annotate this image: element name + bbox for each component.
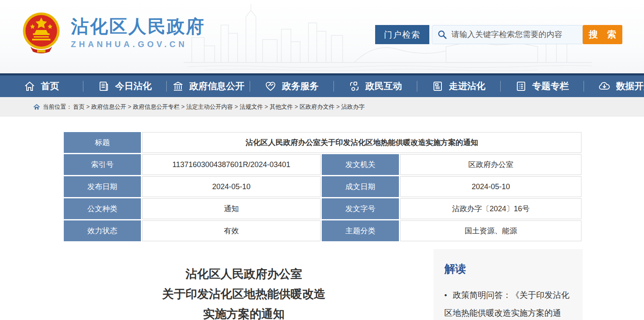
table-row: 标题 沾化区人民政府办公室关于印发沾化区地热能供暖改造实施方案的通知 xyxy=(64,132,581,153)
site-domain: ZHANHUA.GOV.CN xyxy=(71,40,205,49)
breadcrumb: 当前位置： 首页 政府信息公开 政府信息公开专栏 法定主动公开内容 法规文件 其… xyxy=(0,97,644,117)
search-zone: 门户检索 搜 索 xyxy=(375,25,622,44)
breadcrumb-item-district-office-files[interactable]: 区政府办文件 xyxy=(300,103,341,111)
document-title-line2: 关于印发沾化区地热能供暖改造 xyxy=(63,284,425,304)
interpretation-sidebar: 解读 •政策简明问答：《关于印发沾化区地热能供暖改造实施方案的通知》解读 xyxy=(434,249,583,320)
nav-item-topics[interactable]: 专题专栏 xyxy=(501,80,584,92)
meta-label-document-number: 发文字号 xyxy=(322,198,399,219)
site-name: 沾化区人民政府 xyxy=(71,17,205,36)
meta-value-subject-category: 国土资源、能源 xyxy=(400,220,581,241)
bullet-icon: • xyxy=(444,291,447,300)
open-data-icon xyxy=(598,80,611,92)
main-content: 标题 沾化区人民政府办公室关于印发沾化区地热能供暖改造实施方案的通知 索引号 1… xyxy=(0,117,644,320)
nav-label: 今日沾化 xyxy=(115,80,152,92)
meta-value-issuing-agency: 区政府办公室 xyxy=(400,154,581,175)
nav-label: 政务服务 xyxy=(282,80,318,92)
breadcrumb-item-regulations[interactable]: 法规文件 xyxy=(240,103,270,111)
meta-value-document-number: 沾政办字〔2024〕16号 xyxy=(400,198,581,219)
meta-value-document-type: 通知 xyxy=(142,198,321,219)
meta-label-subject-category: 主题分类 xyxy=(322,220,399,241)
document-body: 沾化区人民政府办公室 关于印发沾化区地热能供暖改造 实施方案的通知 xyxy=(63,249,434,320)
nav-item-gov-info[interactable]: 政府信息公开 xyxy=(167,80,250,92)
interaction-icon xyxy=(348,80,360,92)
search-box xyxy=(432,25,583,44)
document-title: 沾化区人民政府办公室 关于印发沾化区地热能供暖改造 实施方案的通知 xyxy=(63,264,425,320)
meta-value-validity-status: 有效 xyxy=(142,220,321,241)
meta-label-title: 标题 xyxy=(64,132,141,153)
nav-label: 首页 xyxy=(41,80,59,92)
nav-label: 政府信息公开 xyxy=(189,80,244,92)
nav-item-walk-in[interactable]: 走进沾化 xyxy=(417,80,500,92)
table-row: 公文种类 通知 发文字号 沾政办字〔2024〕16号 xyxy=(64,198,581,219)
national-emblem-icon xyxy=(22,12,60,53)
nav-item-today[interactable]: 今日沾化 xyxy=(83,80,166,92)
nav-label: 政民互动 xyxy=(366,80,402,92)
meta-label-issuing-agency: 发文机关 xyxy=(322,154,399,175)
meta-value-written-date: 2024-05-10 xyxy=(400,176,581,197)
meta-label-document-type: 公文种类 xyxy=(64,198,141,219)
table-row: 索引号 11371603004387601R/2024-03401 发文机关 区… xyxy=(64,154,581,175)
nav-label: 专题专栏 xyxy=(532,80,569,92)
table-row: 效力状态 有效 主题分类 国土资源、能源 xyxy=(64,220,581,241)
meta-label-written-date: 成文日期 xyxy=(322,176,399,197)
table-row: 发布日期 2024-05-10 成文日期 2024-05-10 xyxy=(64,176,581,197)
nav-label: 走进沾化 xyxy=(449,80,486,92)
topics-icon xyxy=(515,80,527,92)
breadcrumb-item-gov-info[interactable]: 政府信息公开 xyxy=(91,103,133,111)
interpretation-link[interactable]: •政策简明问答：《关于印发沾化区地热能供暖改造实施方案的通知》解读 xyxy=(444,286,572,320)
walk-in-icon xyxy=(432,80,444,92)
services-icon xyxy=(265,80,276,92)
site-header: 沾化区人民政府 ZHANHUA.GOV.CN 门户检索 搜 索 xyxy=(0,0,644,73)
nav-item-open-data[interactable]: 数据开放 xyxy=(584,80,644,92)
main-nav: 首页 今日沾化 xyxy=(0,73,644,97)
portal-search-button[interactable]: 门户检索 xyxy=(375,25,429,44)
news-icon xyxy=(98,80,110,92)
site-identity: 沾化区人民政府 ZHANHUA.GOV.CN xyxy=(71,17,205,49)
breadcrumb-item-zhanzhengbanzi[interactable]: 沾政办字 xyxy=(341,103,365,111)
search-button[interactable]: 搜 索 xyxy=(583,25,622,44)
home-icon xyxy=(24,80,35,92)
nav-label: 数据开放 xyxy=(616,80,644,92)
search-input[interactable] xyxy=(451,30,577,39)
breadcrumb-prefix: 当前位置： xyxy=(43,103,72,111)
meta-label-publish-date: 发布日期 xyxy=(64,176,141,197)
meta-label-index-number: 索引号 xyxy=(64,154,141,175)
breadcrumb-item-gov-info-column[interactable]: 政府信息公开专栏 xyxy=(133,103,186,111)
document-title-line3: 实施方案的通知 xyxy=(63,304,425,320)
search-icon xyxy=(437,30,447,40)
breadcrumb-home-icon xyxy=(33,104,40,110)
breadcrumb-item-statutory[interactable]: 法定主动公开内容 xyxy=(186,103,240,111)
meta-value-title: 沾化区人民政府办公室关于印发沾化区地热能供暖改造实施方案的通知 xyxy=(142,132,581,153)
breadcrumb-item-other-files[interactable]: 其他文件 xyxy=(270,103,300,111)
breadcrumb-item-home[interactable]: 首页 xyxy=(73,103,91,111)
nav-item-home[interactable]: 首页 xyxy=(0,80,83,92)
interpretation-link-text: 政策简明问答：《关于印发沾化区地热能供暖改造实施方案的通知》解读 xyxy=(444,290,569,320)
meta-value-publish-date: 2024-05-10 xyxy=(142,176,321,197)
nav-item-interaction[interactable]: 政民互动 xyxy=(334,80,417,92)
national-emblem-logo[interactable] xyxy=(22,12,60,55)
gov-info-icon xyxy=(172,80,184,92)
meta-value-index-number: 11371603004387601R/2024-03401 xyxy=(142,154,321,175)
nav-item-services[interactable]: 政务服务 xyxy=(250,80,333,92)
meta-label-validity-status: 效力状态 xyxy=(64,220,141,241)
document-title-line1: 沾化区人民政府办公室 xyxy=(63,264,425,284)
interpretation-title: 解读 xyxy=(444,262,572,276)
document-meta-table: 标题 沾化区人民政府办公室关于印发沾化区地热能供暖改造实施方案的通知 索引号 1… xyxy=(63,131,583,242)
